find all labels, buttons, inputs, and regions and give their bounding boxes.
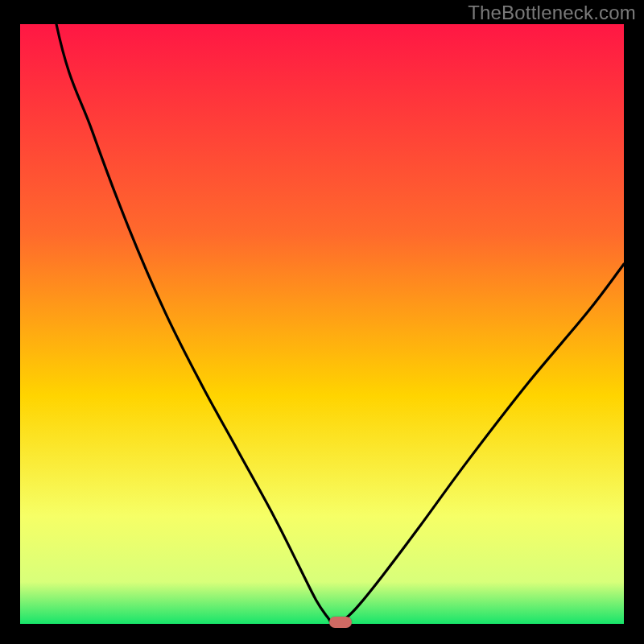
watermark-label: TheBottleneck.com (468, 2, 636, 24)
optimum-marker (329, 617, 352, 628)
chart-frame: TheBottleneck.com (0, 0, 644, 644)
bottleneck-chart (20, 24, 624, 624)
gradient-background (20, 24, 624, 624)
plot-area (20, 24, 624, 624)
